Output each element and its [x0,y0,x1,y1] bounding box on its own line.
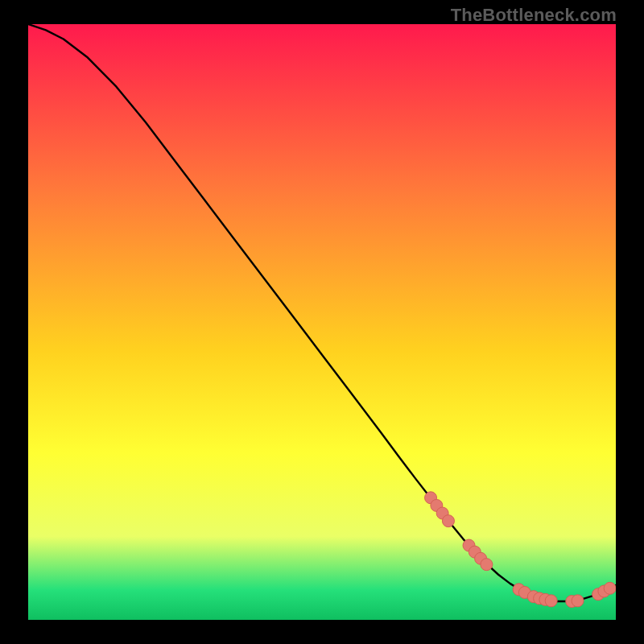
curve-marker [545,595,557,607]
gradient-background [28,24,616,620]
plot-area [28,24,616,620]
curve-marker [604,582,616,594]
curve-marker [442,515,454,527]
watermark-text: TheBottleneck.com [451,5,617,26]
curve-marker [481,559,493,571]
chart-stage: TheBottleneck.com [0,0,644,644]
chart-svg [28,24,616,620]
curve-marker [572,595,584,607]
